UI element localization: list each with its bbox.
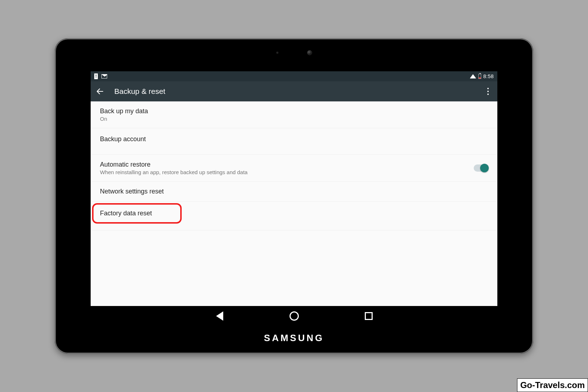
automatic-restore-toggle[interactable]: [474, 164, 488, 172]
nav-back-icon: [216, 311, 223, 321]
brand-logo: SAMSUNG: [55, 333, 533, 344]
sensor-icon: [276, 52, 278, 54]
automatic-restore-item[interactable]: Automatic restore When reinstalling an a…: [91, 155, 497, 182]
watermark: Go-Travels.com: [517, 378, 588, 392]
item-title: Network settings reset: [100, 188, 164, 195]
wifi-icon: [470, 74, 476, 78]
navigation-bar: [91, 307, 497, 325]
battery-icon: [478, 74, 481, 79]
status-bar: 8:58: [91, 71, 497, 81]
tablet-sensors: [276, 50, 312, 55]
item-title: Factory data reset: [100, 210, 174, 217]
settings-list: Back up my data On Backup account Automa…: [91, 101, 497, 306]
network-settings-reset-item[interactable]: Network settings reset: [91, 182, 497, 202]
item-title: Back up my data: [100, 107, 148, 115]
backup-my-data-item[interactable]: Back up my data On: [91, 101, 497, 128]
nav-home-icon: [290, 311, 299, 321]
highlight-annotation: Factory data reset: [92, 203, 182, 224]
overflow-menu-icon[interactable]: [484, 88, 492, 95]
status-clock: 8:58: [483, 73, 494, 79]
action-bar: Backup & reset: [91, 81, 497, 101]
nav-back-button[interactable]: [215, 311, 225, 321]
screen: 8:58 Backup & reset Back up my data On: [91, 71, 497, 306]
item-title: Backup account: [100, 135, 146, 143]
item-subtitle: When reinstalling an app, restore backed…: [100, 169, 248, 175]
item-subtitle: On: [100, 116, 148, 122]
back-arrow-icon[interactable]: [96, 87, 104, 96]
item-title: Automatic restore: [100, 161, 248, 168]
mail-icon: [101, 74, 107, 78]
camera-icon: [307, 50, 312, 55]
tablet-frame: 8:58 Backup & reset Back up my data On: [55, 38, 533, 354]
nav-recents-icon: [365, 312, 373, 320]
battery-alert-icon: [94, 73, 98, 79]
nav-recents-button[interactable]: [364, 311, 374, 321]
nav-home-button[interactable]: [289, 311, 299, 321]
factory-data-reset-item[interactable]: Factory data reset: [91, 202, 497, 230]
page-title: Backup & reset: [114, 87, 474, 96]
backup-account-item[interactable]: Backup account: [91, 128, 497, 155]
